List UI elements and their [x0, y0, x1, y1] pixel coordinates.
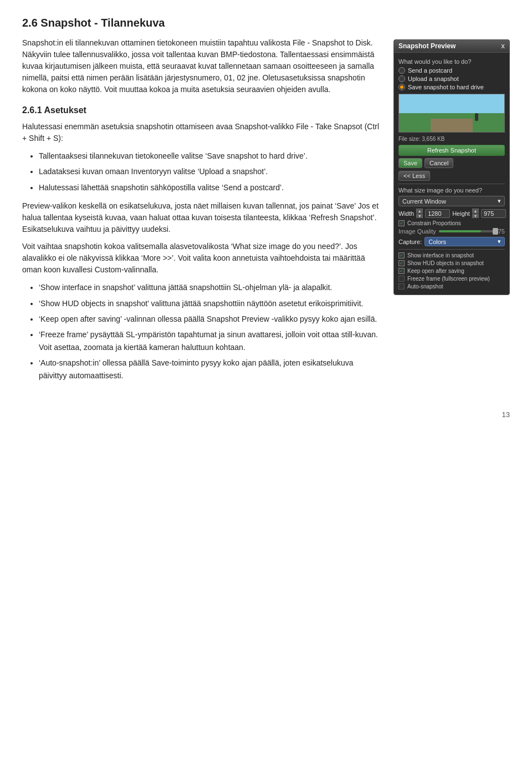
image-quality-row: Image Quality 75	[398, 228, 505, 235]
preview-road	[431, 119, 473, 132]
list-item: Halutessasi lähettää snapshotin sähköpos…	[39, 181, 382, 194]
radio-label-send: Send a postcard	[408, 67, 452, 74]
cancel-button[interactable]: Cancel	[424, 158, 453, 168]
radio-section-label: What would you like to do?	[398, 58, 505, 65]
keep-open-checkbox[interactable]	[398, 268, 405, 274]
divider-1	[398, 184, 505, 184]
list-item: Tallentaaksesi tilannekuvan tietokoneell…	[39, 150, 382, 162]
section-intro: Halutessasi enemmän asetuksia snapshotin…	[22, 121, 382, 144]
panel-title-bar: Snapshot Preview x	[394, 40, 509, 53]
save-cancel-row: Save Cancel	[398, 158, 505, 168]
bullets-list-2: ‘Show interface in snapshot’ valittuna j…	[39, 281, 382, 382]
preview-person	[475, 113, 478, 121]
height-label: Height	[452, 210, 470, 217]
panel-body: What would you like to do? Send a postca…	[394, 53, 509, 295]
show-interface-checkbox[interactable]	[398, 252, 405, 258]
main-heading: 2.6 Snapshot - Tilannekuva	[22, 17, 510, 29]
height-up-arrow[interactable]: ▲	[472, 209, 479, 213]
radio-send-postcard[interactable]: Send a postcard	[398, 67, 505, 74]
radio-dot-upload	[398, 75, 405, 82]
quality-slider[interactable]	[439, 230, 495, 232]
auto-snapshot-label: Auto-snapshot	[407, 283, 443, 290]
bullets-list-1: Tallentaaksesi tilannekuvan tietokoneell…	[39, 150, 382, 194]
height-down-arrow[interactable]: ▼	[472, 214, 479, 218]
constrain-label: Constrain Proportions	[407, 220, 461, 226]
show-hud-row[interactable]: Show HUD objects in snapshot	[398, 260, 505, 266]
panel-close-button[interactable]: x	[501, 42, 505, 50]
snapshot-panel-container: Snapshot Preview x What would you like t…	[393, 39, 510, 295]
auto-snapshot-checkbox[interactable]	[398, 283, 405, 290]
list-item: ‘Keep open after saving’ -valinnan olles…	[39, 313, 382, 325]
constrain-proportions-row[interactable]: Constrain Proportions	[398, 220, 505, 226]
freeze-frame-row[interactable]: Freeze frame (fullscreen preview)	[398, 276, 505, 282]
intro-paragraph: Snapshot:in eli tilannekuvan ottaminen t…	[22, 37, 382, 95]
list-item: ‘Show interface in snapshot’ valittuna j…	[39, 281, 382, 293]
save-button[interactable]: Save	[398, 158, 422, 168]
left-column: Snapshot:in eli tilannekuvan ottaminen t…	[22, 37, 382, 388]
current-window-dropdown[interactable]: Current Window ▾	[398, 196, 505, 206]
paragraph-3: Voit vaihtaa snapshotin kokoa valitsemal…	[22, 241, 382, 276]
height-input[interactable]	[481, 209, 506, 218]
height-arrows: ▲ ▼	[472, 209, 479, 218]
width-label: Width	[398, 210, 414, 217]
radio-label-upload: Upload a snapshot	[408, 75, 459, 82]
main-layout: Snapshot:in eli tilannekuvan ottaminen t…	[22, 37, 510, 388]
freeze-frame-label: Freeze frame (fullscreen preview)	[407, 276, 490, 282]
panel-title-text: Snapshot Preview	[398, 42, 456, 50]
list-item: ‘Freeze frame’ pysäyttää SL-ympäristön t…	[39, 328, 382, 353]
width-height-row: Width ▲ ▼ Height ▲ ▼	[398, 209, 505, 218]
radio-dot-save	[398, 84, 405, 90]
list-item: ‘Auto-snapshot:in’ ollessa päällä Save-t…	[39, 357, 382, 382]
width-input[interactable]	[425, 209, 450, 218]
radio-label-save: Save snapshot to hard drive	[408, 84, 484, 90]
show-interface-label: Show interface in snapshot	[407, 252, 474, 258]
capture-row: Capture: Colors ▾	[398, 237, 505, 246]
quality-value: 75	[498, 228, 505, 235]
quality-thumb	[493, 228, 498, 235]
keep-open-row[interactable]: Keep open after saving	[398, 268, 505, 274]
page-title: 2.6 Snapshot - Tilannekuva	[22, 17, 510, 29]
radio-save-hard-drive[interactable]: Save snapshot to hard drive	[398, 84, 505, 90]
list-item: Ladataksesi kuvan omaan Inventoryyn vali…	[39, 165, 382, 177]
file-size-label: File size: 3,656 KB	[398, 136, 505, 142]
refresh-snapshot-button[interactable]: Refresh Snapshot	[398, 145, 505, 156]
dropdown-label: Current Window	[402, 198, 446, 205]
section-heading: 2.6.1 Asetukset	[22, 105, 382, 115]
width-up-arrow[interactable]: ▲	[416, 209, 423, 213]
less-button[interactable]: << Less	[398, 171, 430, 181]
paragraph-2: Preview-valikon keskellä on esikatseluku…	[22, 200, 382, 235]
list-item: ‘Show HUD objects in snapshot’ valittuna…	[39, 297, 382, 310]
keep-open-label: Keep open after saving	[407, 268, 464, 274]
page-footer: 13	[22, 410, 510, 419]
capture-value: Colors	[428, 239, 446, 245]
preview-sky	[399, 94, 504, 113]
preview-image	[398, 94, 505, 133]
quality-label: Image Quality	[398, 228, 436, 235]
auto-snapshot-row[interactable]: Auto-snapshot	[398, 283, 505, 290]
show-interface-row[interactable]: Show interface in snapshot	[398, 252, 505, 258]
width-arrows: ▲ ▼	[416, 209, 423, 218]
divider-2	[398, 249, 505, 250]
less-row: << Less	[398, 171, 505, 181]
capture-label: Capture:	[398, 239, 422, 245]
quality-fill	[439, 230, 481, 232]
page-number: 13	[502, 410, 510, 419]
radio-upload-snapshot[interactable]: Upload a snapshot	[398, 75, 505, 82]
width-down-arrow[interactable]: ▼	[416, 214, 423, 218]
snapshot-preview-panel: Snapshot Preview x What would you like t…	[393, 39, 510, 295]
freeze-frame-checkbox[interactable]	[398, 276, 405, 282]
constrain-checkbox[interactable]	[398, 220, 405, 226]
radio-dot-send	[398, 67, 405, 74]
size-section-label: What size image do you need?	[398, 187, 505, 194]
show-hud-label: Show HUD objects in snapshot	[407, 260, 484, 266]
capture-chevron-icon: ▾	[498, 238, 501, 245]
capture-dropdown[interactable]: Colors ▾	[424, 237, 505, 246]
chevron-down-icon: ▾	[498, 197, 501, 205]
show-hud-checkbox[interactable]	[398, 260, 405, 266]
